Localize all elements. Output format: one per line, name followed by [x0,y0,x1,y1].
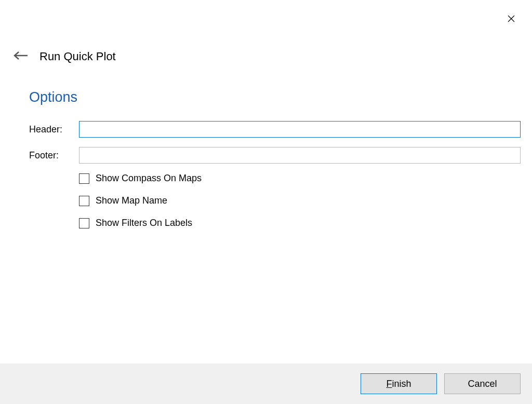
close-button[interactable] [506,15,516,25]
show-filters-label: Show Filters On Labels [96,218,192,228]
back-button[interactable] [14,50,28,63]
cancel-button[interactable]: Cancel [444,373,521,394]
footer-label: Footer: [29,150,79,161]
show-filters-checkbox[interactable] [79,218,89,228]
finish-button-label: Finish [386,379,411,389]
header-label: Header: [29,124,79,135]
cancel-button-label: Cancel [468,379,497,389]
footer-bar: Finish Cancel [0,363,532,404]
section-title: Options [29,89,521,105]
show-map-name-checkbox[interactable] [79,196,89,206]
show-map-name-label: Show Map Name [96,195,167,206]
header-input[interactable] [79,121,521,138]
close-icon [508,15,515,24]
page-title: Run Quick Plot [39,50,116,63]
show-compass-label: Show Compass On Maps [96,173,202,184]
arrow-left-icon [14,51,28,62]
footer-input[interactable] [79,147,521,164]
show-compass-checkbox[interactable] [79,173,89,184]
finish-button[interactable]: Finish [361,373,437,394]
